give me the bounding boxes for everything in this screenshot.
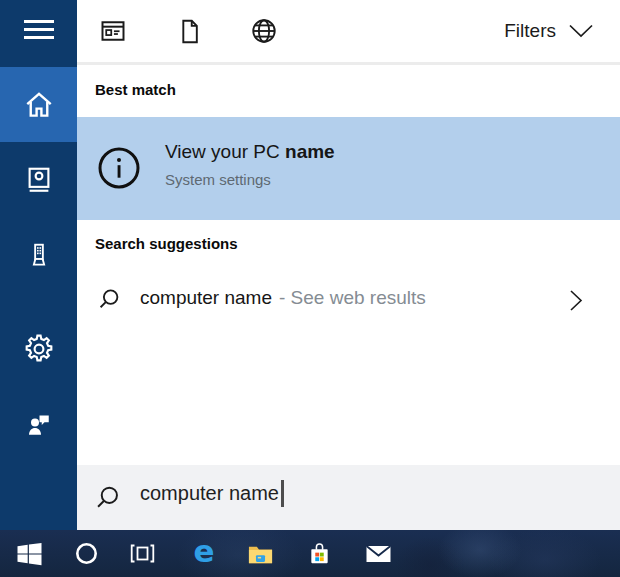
mail-button[interactable] bbox=[358, 530, 398, 577]
text-caret bbox=[281, 480, 284, 507]
info-icon bbox=[97, 146, 141, 190]
best-match-heading: Best match bbox=[95, 81, 176, 98]
filter-documents-button[interactable] bbox=[167, 9, 211, 53]
task-view-icon bbox=[128, 541, 157, 566]
search-input[interactable]: computer name bbox=[77, 465, 620, 530]
document-icon bbox=[176, 18, 203, 45]
settings-gear-icon bbox=[23, 333, 55, 365]
search-suggestions-heading: Search suggestions bbox=[95, 235, 238, 252]
results-area: Best match View your PC name System sett… bbox=[77, 65, 620, 465]
result-text: View your PC name System settings bbox=[165, 141, 335, 188]
task-view-button[interactable] bbox=[122, 530, 162, 577]
best-match-result[interactable]: View your PC name System settings bbox=[77, 117, 620, 220]
edge-button[interactable]: e bbox=[184, 530, 224, 577]
file-explorer-button[interactable] bbox=[240, 530, 280, 577]
filters-label: Filters bbox=[504, 20, 556, 42]
menu-button[interactable] bbox=[0, 0, 77, 58]
file-explorer-icon bbox=[247, 542, 274, 566]
sidebar-item-devices[interactable] bbox=[0, 217, 77, 292]
start-button[interactable] bbox=[9, 530, 49, 577]
suggestion-query: computer name bbox=[140, 287, 272, 308]
filter-web-button[interactable] bbox=[242, 9, 286, 53]
windows-logo-icon bbox=[16, 542, 43, 566]
feedback-icon bbox=[24, 410, 54, 440]
notebook-icon bbox=[24, 165, 54, 195]
edge-icon: e bbox=[193, 536, 214, 567]
store-button[interactable] bbox=[299, 530, 339, 577]
devices-icon bbox=[25, 241, 53, 269]
web-globe-icon bbox=[250, 17, 278, 45]
sidebar-item-notebook[interactable] bbox=[0, 142, 77, 217]
cortana-circle-icon bbox=[75, 542, 98, 565]
sidebar-item-feedback[interactable] bbox=[0, 387, 77, 462]
menu-icon bbox=[24, 20, 54, 39]
sidebar bbox=[0, 0, 77, 530]
topbar: Filters bbox=[77, 0, 620, 62]
result-subtitle: System settings bbox=[165, 171, 335, 188]
search-input-value: computer name bbox=[140, 482, 284, 509]
suggestion-hint: - See web results bbox=[279, 287, 426, 308]
taskbar: e bbox=[0, 530, 620, 577]
chevron-down-icon bbox=[568, 24, 594, 38]
result-title: View your PC name bbox=[165, 141, 335, 163]
filter-apps-button[interactable] bbox=[91, 9, 135, 53]
mail-icon bbox=[364, 543, 393, 565]
store-icon bbox=[307, 541, 332, 567]
search-icon bbox=[94, 484, 121, 512]
cortana-button[interactable] bbox=[66, 530, 106, 577]
home-icon bbox=[23, 89, 55, 121]
search-icon bbox=[97, 287, 121, 312]
chevron-right-icon[interactable] bbox=[564, 288, 586, 313]
search-suggestion-item[interactable]: computer name- See web results bbox=[77, 270, 620, 332]
suggestion-text: computer name- See web results bbox=[140, 287, 426, 309]
filters-button[interactable]: Filters bbox=[504, 0, 594, 62]
apps-icon bbox=[99, 17, 127, 45]
sidebar-item-home[interactable] bbox=[0, 67, 77, 142]
sidebar-item-settings[interactable] bbox=[0, 311, 77, 386]
search-panel: Filters Best match View your PC name Sys… bbox=[0, 0, 620, 577]
